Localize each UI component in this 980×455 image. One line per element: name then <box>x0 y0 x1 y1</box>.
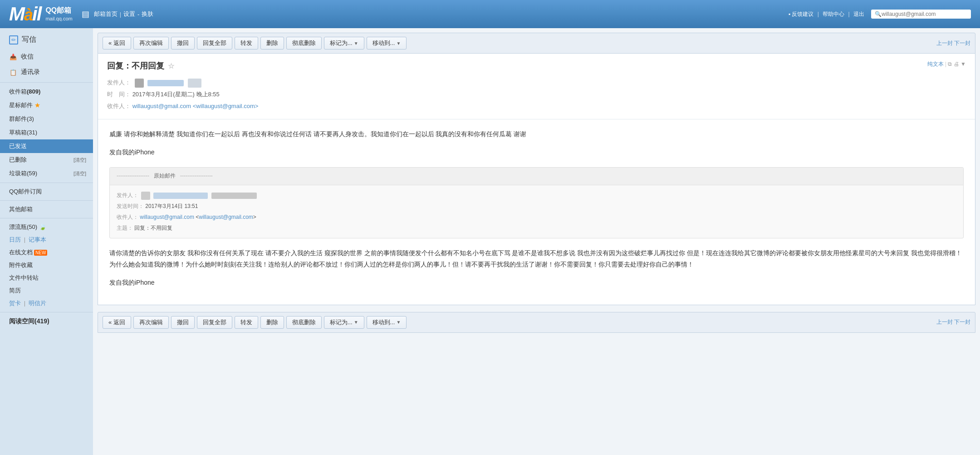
delete-button[interactable]: 删除 <box>260 37 284 49</box>
sidebar-divider4 <box>0 218 93 218</box>
header: Màil QQ邮箱 mail.qq.com ▤ 邮箱首页 | 设置 - 换肤 ▪… <box>0 0 980 28</box>
toolbar-nav-bottom: 上一封 下一封 <box>936 318 970 326</box>
sidebar-item-inbox[interactable]: 📥 收信 <box>0 49 93 64</box>
folder-group[interactable]: 群邮件(3) <box>0 112 93 126</box>
plain-text-link[interactable]: 纯文本 <box>927 61 944 67</box>
next-email-link-bottom[interactable]: 下一封 <box>954 319 970 325</box>
nav-skin[interactable]: 换肤 <box>142 10 153 18</box>
body-para-2: 发自我的iPhone <box>109 147 964 158</box>
to-email-link[interactable]: willaugust@gmail.com <willaugust@gmail.c… <box>132 103 259 109</box>
orig-subject-row: 主题： 回复：不用回复 <box>117 223 956 233</box>
sidebar-online-doc[interactable]: 在线文档NEW <box>0 246 93 259</box>
back-button-bottom[interactable]: « 返回 <box>103 316 131 329</box>
forward-button-bottom[interactable]: 转发 <box>235 316 258 329</box>
sidebar-divider2 <box>0 183 93 183</box>
orig-to-link[interactable]: willaugust@gmail.com <box>140 214 194 220</box>
folder-drafts[interactable]: 草稿箱(31) <box>0 126 93 139</box>
move-to-button-bottom[interactable]: 移动到... ▼ <box>367 316 407 329</box>
sender-avatar <box>135 79 144 88</box>
mark-dropdown-arrow: ▼ <box>354 41 358 46</box>
move-to-button[interactable]: 移动到... ▼ <box>367 37 407 49</box>
forward-button[interactable]: 转发 <box>235 37 258 49</box>
more-icon[interactable]: ▼ <box>960 61 966 67</box>
original-mail: ------------------ 原始邮件 ----------------… <box>109 167 964 238</box>
original-mail-meta: 发件人： 发送时间： 2017年3月14日 13:51 收件人： willaug… <box>110 185 963 238</box>
star-icon[interactable]: ☆ <box>168 62 174 70</box>
orig-sender-blur <box>153 193 208 199</box>
edit-again-button-bottom[interactable]: 再次编辑 <box>133 316 169 329</box>
delete-button-bottom[interactable]: 删除 <box>260 316 284 329</box>
compose-button[interactable]: ✏ 写信 <box>0 30 93 49</box>
nav-settings[interactable]: 设置 <box>123 10 135 18</box>
back-button[interactable]: « 返回 <box>103 37 131 49</box>
orig-to-link2[interactable]: willaugust@gmail.com <box>199 214 253 220</box>
sidebar-reading-space[interactable]: 阅读空间(419) <box>0 315 93 328</box>
mark-as-button-bottom[interactable]: 标记为... ▼ <box>324 316 364 329</box>
search-input[interactable] <box>882 11 967 17</box>
prev-email-link[interactable]: 上一封 <box>936 40 953 46</box>
folder-inbox[interactable]: 收件箱(809) <box>0 85 93 99</box>
folder-sent[interactable]: 已发送 <box>0 139 93 153</box>
nav-home[interactable]: 邮箱首页 <box>94 10 118 18</box>
recall-button-bottom[interactable]: 撤回 <box>171 316 195 329</box>
sidebar-divider <box>0 82 93 83</box>
search-icon: 🔍 <box>875 11 882 17</box>
main-layout: ✏ 写信 📥 收信 📋 通讯录 收件箱(809) 星标邮件 ★ 群邮件(3) 草… <box>0 28 980 455</box>
orig-sender-row: 发件人： <box>117 190 956 201</box>
header-nav: ▤ 邮箱首页 | 设置 - 换肤 <box>82 9 154 19</box>
orig-sender-avatar <box>141 192 150 200</box>
edit-again-button[interactable]: 再次编辑 <box>133 37 169 49</box>
help-link[interactable]: 帮助中心 <box>823 11 844 17</box>
compose-icon: ✏ <box>9 35 18 45</box>
bottom-toolbar: « 返回 再次编辑 撤回 回复全部 转发 删除 彻底删除 标记为... ▼ 移动… <box>98 312 975 333</box>
clear-deleted[interactable]: [清空] <box>74 157 86 163</box>
sidebar-item-contacts[interactable]: 📋 通讯录 <box>0 64 93 80</box>
email-header: 纯文本 | ⧉ 🖨 ▼ 回复：不用回复 ☆ 发件人： <box>98 54 975 119</box>
reply-all-button[interactable]: 回复全部 <box>197 37 232 49</box>
sidebar: ✏ 写信 📥 收信 📋 通讯录 收件箱(809) 星标邮件 ★ 群邮件(3) 草… <box>0 28 93 455</box>
sidebar-qq-subscribe[interactable]: QQ邮件订阅 <box>0 185 93 198</box>
sidebar-drift-bottle[interactable]: 漂流瓶(50) 🍃 <box>0 221 93 233</box>
move-dropdown-arrow-bottom: ▼ <box>396 320 401 325</box>
original-body-para-2: 发自我的iPhone <box>109 277 964 288</box>
header-links: ▪ 反馈建议 | 帮助中心 | 退出 <box>789 10 864 18</box>
logout-link[interactable]: 退出 <box>853 11 864 17</box>
sidebar-calendar-notebook[interactable]: 日历 | 记事本 <box>0 233 93 246</box>
logo-icon: Màil <box>9 3 41 25</box>
sidebar-divider5 <box>0 312 93 312</box>
feedback-link[interactable]: 反馈建议 <box>792 11 813 17</box>
sidebar-attachment[interactable]: 附件收藏 <box>0 259 93 272</box>
prev-email-link-bottom[interactable]: 上一封 <box>936 319 953 325</box>
print-icon[interactable]: 🖨 <box>954 61 959 67</box>
sender-row: 发件人： <box>107 77 966 89</box>
copy-icon[interactable]: ⧉ <box>948 61 952 67</box>
reply-all-button-bottom[interactable]: 回复全部 <box>197 316 232 329</box>
orig-sender-blur2 <box>211 193 257 199</box>
time-row: 时 间： 2017年3月14日(星期二) 晚上8:55 <box>107 89 966 100</box>
sidebar-card-postcard[interactable]: 贺卡 | 明信片 <box>0 297 93 310</box>
logo: Màil QQ邮箱 mail.qq.com <box>9 3 73 25</box>
permanent-delete-button-bottom[interactable]: 彻底删除 <box>286 316 322 329</box>
orig-time-row: 发送时间： 2017年3月14日 13:51 <box>117 201 956 212</box>
sidebar-resume[interactable]: 简历 <box>0 284 93 297</box>
body-para-1: 威廉 请你和她解释清楚 我知道你们在一起以后 再也没有和你说过任何话 请不要再人… <box>109 129 964 140</box>
move-dropdown-arrow: ▼ <box>396 41 401 46</box>
search-box: 🔍 <box>871 10 971 19</box>
next-email-link[interactable]: 下一封 <box>954 40 970 46</box>
contacts-icon: 📋 <box>9 68 17 76</box>
folder-deleted[interactable]: 已删除 [清空] <box>0 153 93 167</box>
header-right: ▪ 反馈建议 | 帮助中心 | 退出 🔍 <box>789 10 971 19</box>
folder-starred[interactable]: 星标邮件 ★ <box>0 99 93 112</box>
mark-as-button[interactable]: 标记为... ▼ <box>324 37 364 49</box>
original-body-para-1: 请你清楚的告诉你的女朋友 我和你没有任何关系了现在 请不要介入我的生活 窥探我的… <box>109 247 964 270</box>
folder-junk[interactable]: 垃圾箱(59) [清空] <box>0 167 93 180</box>
permanent-delete-button[interactable]: 彻底删除 <box>286 37 322 49</box>
original-mail-header: ------------------ 原始邮件 ----------------… <box>110 168 963 185</box>
email-container: 纯文本 | ⧉ 🖨 ▼ 回复：不用回复 ☆ 发件人： <box>98 54 975 305</box>
sidebar-other-mailbox[interactable]: 其他邮箱 <box>0 203 93 216</box>
sidebar-file-transfer[interactable]: 文件中转站 <box>0 272 93 284</box>
clear-junk[interactable]: [清空] <box>74 170 86 177</box>
sidebar-divider3 <box>0 200 93 201</box>
recall-button[interactable]: 撤回 <box>171 37 195 49</box>
sender-avatar2 <box>188 79 201 88</box>
